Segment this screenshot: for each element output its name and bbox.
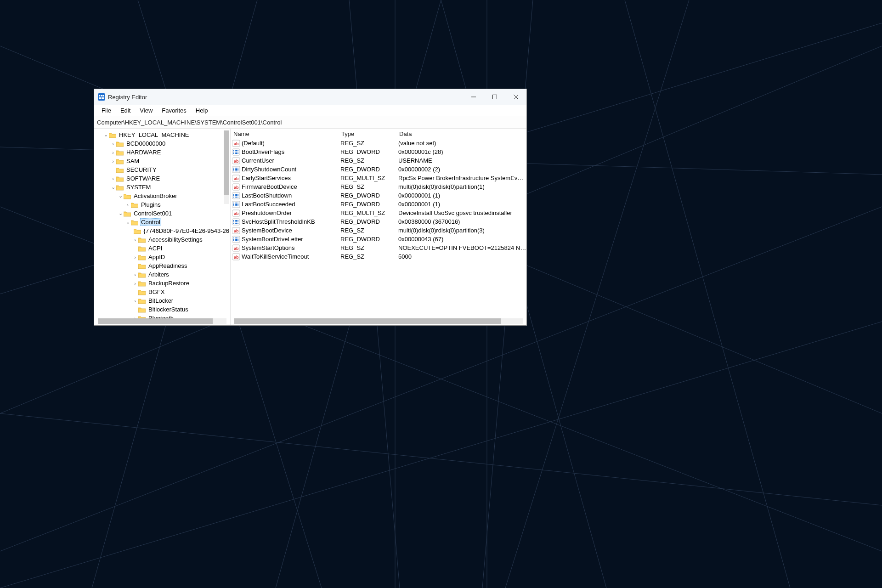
- value-type-icon: [232, 227, 240, 234]
- folder-icon: [138, 306, 146, 313]
- value-type: REG_SZ: [338, 253, 396, 260]
- value-type-icon: [232, 157, 240, 164]
- value-name: EarlyStartServices: [242, 175, 291, 181]
- expand-toggle-icon[interactable]: ›: [110, 158, 116, 164]
- expand-toggle-icon[interactable]: ›: [124, 202, 131, 208]
- value-row[interactable]: LastBootSucceededREG_DWORD0x00000001 (1): [231, 200, 526, 209]
- tree-node[interactable]: ›HARDWARE: [94, 148, 230, 157]
- value-name: SvcHostSplitThresholdInKB: [242, 218, 315, 225]
- value-type: REG_SZ: [338, 140, 396, 147]
- tree-node[interactable]: ›BackupRestore: [94, 279, 230, 288]
- tree-node[interactable]: BGFX: [94, 288, 230, 296]
- minimize-button[interactable]: [463, 89, 484, 105]
- menu-edit[interactable]: Edit: [116, 106, 135, 115]
- address-bar[interactable]: Computer\HKEY_LOCAL_MACHINE\SYSTEM\Contr…: [94, 116, 526, 129]
- folder-icon: [138, 237, 146, 243]
- value-data: 0x00000043 (67): [396, 236, 526, 243]
- expand-toggle-icon[interactable]: ›: [110, 176, 116, 181]
- tree-node[interactable]: BitlockerStatus: [94, 305, 230, 314]
- value-row[interactable]: LastBootShutdownREG_DWORD0x00000001 (1): [231, 191, 526, 200]
- expand-toggle-icon[interactable]: ⌄: [117, 210, 124, 216]
- menu-file[interactable]: File: [97, 106, 116, 115]
- value-type-icon: [232, 192, 240, 199]
- tree-node[interactable]: SECURITY: [94, 165, 230, 174]
- expand-toggle-icon[interactable]: ⌄: [102, 132, 109, 138]
- expand-toggle-icon[interactable]: ›: [132, 324, 138, 326]
- expand-toggle-icon[interactable]: ⌄: [124, 219, 131, 225]
- value-type-icon: [232, 236, 240, 243]
- value-row[interactable]: (Default)REG_SZ(value not set): [231, 139, 526, 147]
- folder-icon: [131, 202, 138, 208]
- tree-node[interactable]: ⌄Control: [94, 218, 230, 226]
- value-data: multi(0)disk(0)rdisk(0)partition(3): [396, 227, 526, 234]
- tree-node[interactable]: AppReadiness: [94, 261, 230, 270]
- maximize-button[interactable]: [484, 89, 505, 105]
- tree-node[interactable]: ›BCD00000000: [94, 139, 230, 148]
- value-row[interactable]: EarlyStartServicesREG_MULTI_SZRpcSs Powe…: [231, 174, 526, 182]
- value-row[interactable]: SvcHostSplitThresholdInKBREG_DWORD0x0038…: [231, 217, 526, 226]
- value-row[interactable]: CurrentUserREG_SZUSERNAME: [231, 156, 526, 165]
- folder-icon: [138, 254, 146, 260]
- tree-node[interactable]: ›AccessibilitySettings: [94, 235, 230, 244]
- column-data[interactable]: Data: [396, 130, 526, 137]
- tree-node-label: HARDWARE: [125, 149, 162, 156]
- values-pane: Name Type Data (Default)REG_SZ(value not…: [231, 129, 526, 325]
- tree-node[interactable]: ACPI: [94, 244, 230, 253]
- expand-toggle-icon[interactable]: ›: [132, 281, 138, 286]
- value-row[interactable]: DirtyShutdownCountREG_DWORD0x00000002 (2…: [231, 165, 526, 174]
- menu-view[interactable]: View: [135, 106, 157, 115]
- tree-node[interactable]: ›SAM: [94, 157, 230, 165]
- expand-toggle-icon[interactable]: ›: [110, 150, 116, 155]
- tree-vertical-scrollbar[interactable]: [224, 130, 229, 204]
- value-type-icon: [232, 148, 240, 156]
- value-type-icon: [232, 175, 240, 182]
- value-row[interactable]: SystemBootDriveLetterREG_DWORD0x00000043…: [231, 235, 526, 243]
- tree-node[interactable]: ›AppID: [94, 253, 230, 261]
- folder-icon: [138, 271, 146, 278]
- value-row[interactable]: SystemStartOptionsREG_SZ NOEXECUTE=OPTIN…: [231, 243, 526, 252]
- expand-toggle-icon[interactable]: ›: [132, 272, 138, 277]
- value-name: SystemStartOptions: [242, 244, 295, 251]
- menu-favorites[interactable]: Favorites: [157, 106, 191, 115]
- column-type[interactable]: Type: [339, 130, 396, 137]
- value-row[interactable]: WaitToKillServiceTimeoutREG_SZ5000: [231, 252, 526, 261]
- expand-toggle-icon[interactable]: ⌄: [110, 184, 116, 190]
- expand-toggle-icon[interactable]: ›: [110, 141, 116, 147]
- registry-editor-icon: [98, 93, 105, 101]
- tree-node[interactable]: ⌄SYSTEM: [94, 183, 230, 192]
- tree-node[interactable]: {7746D80F-97E0-4E26-9543-26: [94, 226, 230, 235]
- expand-toggle-icon[interactable]: ›: [132, 254, 138, 260]
- value-name: BootDriverFlags: [242, 148, 284, 155]
- titlebar[interactable]: Registry Editor: [94, 89, 526, 105]
- folder-icon: [138, 245, 146, 252]
- tree-node[interactable]: ⌄ActivationBroker: [94, 192, 230, 200]
- expand-toggle-icon[interactable]: ›: [132, 298, 138, 304]
- value-name: DirtyShutdownCount: [242, 166, 296, 173]
- tree-node[interactable]: ›SOFTWARE: [94, 174, 230, 183]
- tree-node[interactable]: ›Arbiters: [94, 270, 230, 279]
- folder-icon: [131, 219, 138, 226]
- tree-node[interactable]: ⌄HKEY_LOCAL_MACHINE: [94, 130, 230, 139]
- tree-horizontal-scrollbar[interactable]: [98, 318, 226, 324]
- value-type-icon: [232, 166, 240, 173]
- tree-node[interactable]: ›BitLocker: [94, 296, 230, 305]
- menu-help[interactable]: Help: [191, 106, 213, 115]
- value-name: FirmwareBootDevice: [242, 183, 297, 190]
- folder-icon: [138, 263, 146, 269]
- expand-toggle-icon[interactable]: ⌄: [117, 193, 124, 199]
- value-row[interactable]: SystemBootDeviceREG_SZmulti(0)disk(0)rdi…: [231, 226, 526, 235]
- column-name[interactable]: Name: [231, 130, 339, 137]
- value-name: PreshutdownOrder: [242, 209, 292, 216]
- expand-toggle-icon[interactable]: ›: [132, 237, 138, 243]
- value-data: 5000: [396, 253, 526, 260]
- tree-node[interactable]: ›Plugins: [94, 200, 230, 209]
- tree-node[interactable]: ⌄ControlSet001: [94, 209, 230, 218]
- value-row[interactable]: PreshutdownOrderREG_MULTI_SZDeviceInstal…: [231, 209, 526, 217]
- value-row[interactable]: FirmwareBootDeviceREG_SZmulti(0)disk(0)r…: [231, 182, 526, 191]
- values-horizontal-scrollbar[interactable]: [234, 318, 523, 324]
- tree-node-label: SAM: [125, 158, 140, 164]
- tree-node-label: SOFTWARE: [125, 175, 161, 182]
- close-button[interactable]: [505, 89, 526, 105]
- folder-icon: [138, 298, 146, 304]
- value-row[interactable]: BootDriverFlagsREG_DWORD0x0000001c (28): [231, 147, 526, 156]
